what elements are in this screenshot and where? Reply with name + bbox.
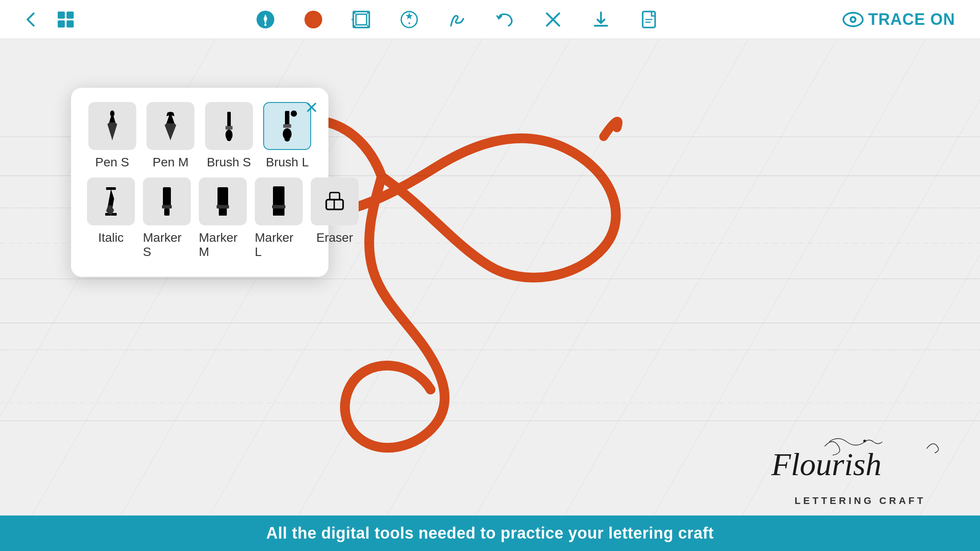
tool-italic[interactable]: Italic	[87, 177, 135, 259]
brush-s-label: Brush S	[207, 155, 251, 169]
new-page-button[interactable]	[636, 6, 662, 33]
svg-rect-50	[164, 209, 170, 216]
bottom-text: All the digital tools needed to practice…	[266, 524, 714, 543]
svg-text:Flourish: Flourish	[771, 447, 881, 482]
trace-on-section: TRACE ON	[835, 5, 962, 34]
bottom-bar: All the digital tools needed to practice…	[0, 516, 980, 551]
undo-button[interactable]	[492, 6, 518, 33]
svg-point-36	[110, 110, 115, 117]
svg-point-40	[227, 138, 231, 141]
svg-rect-8	[356, 14, 367, 25]
eraser-icon-box	[311, 177, 359, 225]
marker-s-icon-box	[143, 177, 191, 225]
svg-text:✦: ✦	[407, 21, 411, 26]
trace-on-button[interactable]: TRACE ON	[835, 5, 962, 34]
svg-rect-2	[58, 20, 65, 28]
svg-rect-52	[217, 205, 229, 209]
svg-rect-48	[163, 187, 171, 207]
svg-point-45	[285, 137, 290, 142]
header-toolbar: ✦	[79, 6, 835, 33]
tool-marker-l[interactable]: Marker L	[255, 177, 303, 259]
header: ✦	[0, 0, 980, 39]
marker-m-label: Marker M	[199, 231, 247, 259]
lettering-button[interactable]	[444, 6, 470, 33]
italic-label: Italic	[98, 231, 124, 245]
tool-eraser[interactable]: Eraser	[311, 177, 359, 259]
download-button[interactable]	[588, 6, 614, 33]
h-line-5	[0, 421, 980, 421]
italic-icon-box	[87, 177, 135, 225]
pen-s-label: Pen S	[95, 155, 129, 169]
svg-rect-1	[67, 12, 74, 19]
transform-button[interactable]	[348, 6, 375, 33]
logo-subtitle: LETTERING CRAFT	[767, 495, 953, 507]
tool-picker-close-button[interactable]: ×	[305, 97, 318, 118]
badge-button[interactable]: ✦	[396, 6, 423, 33]
svg-rect-55	[272, 205, 285, 209]
trace-on-label: TRACE ON	[868, 10, 955, 29]
brush-s-icon-box	[205, 102, 253, 150]
svg-rect-51	[217, 187, 228, 207]
svg-rect-43	[283, 124, 291, 128]
tool-grid-row2: Italic Marker S	[87, 177, 312, 259]
svg-rect-47	[106, 187, 116, 190]
svg-rect-54	[273, 186, 285, 207]
brush-l-label: Brush L	[266, 155, 309, 169]
svg-point-19	[852, 18, 855, 21]
svg-rect-3	[67, 20, 74, 28]
tool-pen-m[interactable]: Pen M	[146, 102, 196, 169]
canvas-area[interactable]: × Pen S	[0, 39, 980, 516]
svg-rect-59	[330, 193, 340, 200]
clear-button[interactable]	[540, 6, 566, 33]
header-left-nav	[18, 6, 79, 33]
svg-point-5	[265, 24, 267, 26]
marker-m-icon-box	[199, 177, 247, 225]
svg-point-42	[291, 110, 297, 117]
tool-grid-row1: Pen S Pen M	[87, 102, 312, 169]
svg-rect-49	[162, 205, 172, 209]
marker-s-label: Marker S	[143, 231, 191, 259]
tool-pen-s[interactable]: Pen S	[87, 102, 138, 169]
back-button[interactable]	[18, 6, 44, 33]
svg-rect-41	[285, 111, 289, 125]
tool-picker-popup: × Pen S	[71, 88, 328, 277]
tool-brush-l[interactable]: Brush L	[262, 102, 313, 169]
svg-point-6	[304, 11, 322, 28]
svg-rect-38	[225, 126, 233, 130]
pen-m-label: Pen M	[153, 155, 189, 169]
eraser-label: Eraser	[316, 231, 353, 245]
pen-tool-button[interactable]	[252, 6, 279, 33]
svg-rect-37	[227, 112, 231, 128]
svg-rect-0	[58, 12, 65, 19]
grid-button[interactable]	[52, 6, 79, 33]
tool-brush-s[interactable]: Brush S	[204, 102, 254, 169]
color-picker-button[interactable]	[300, 6, 327, 33]
tool-marker-m[interactable]: Marker M	[199, 177, 247, 259]
h-line-4-dashed	[0, 350, 980, 350]
svg-point-60	[863, 440, 866, 442]
marker-l-label: Marker L	[255, 231, 303, 259]
flourish-logo: Flourish LETTERING CRAFT	[767, 433, 953, 507]
pen-s-icon-box	[88, 102, 136, 150]
h-line-3	[0, 279, 980, 279]
tool-marker-s[interactable]: Marker S	[143, 177, 191, 259]
svg-rect-56	[273, 209, 285, 216]
marker-l-icon-box	[255, 177, 303, 225]
brush-l-icon-box	[263, 102, 311, 150]
logo-svg: Flourish	[767, 433, 953, 495]
pen-m-icon-box	[146, 102, 194, 150]
svg-rect-53	[219, 209, 227, 216]
